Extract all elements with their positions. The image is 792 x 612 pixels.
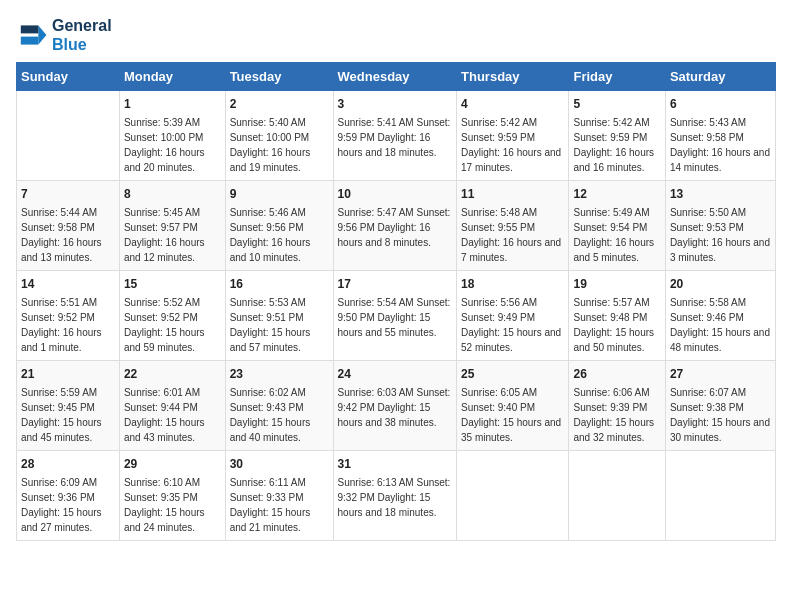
cell-content: Sunrise: 5:51 AM Sunset: 9:52 PM Dayligh…	[21, 295, 115, 355]
calendar-cell: 9Sunrise: 5:46 AM Sunset: 9:56 PM Daylig…	[225, 181, 333, 271]
day-number: 20	[670, 275, 771, 293]
cell-content: Sunrise: 6:10 AM Sunset: 9:35 PM Dayligh…	[124, 475, 221, 535]
day-number: 1	[124, 95, 221, 113]
weekday-header: Friday	[569, 63, 665, 91]
calendar-cell: 22Sunrise: 6:01 AM Sunset: 9:44 PM Dayli…	[119, 361, 225, 451]
calendar-cell: 18Sunrise: 5:56 AM Sunset: 9:49 PM Dayli…	[457, 271, 569, 361]
cell-content: Sunrise: 5:41 AM Sunset: 9:59 PM Dayligh…	[338, 115, 453, 160]
cell-content: Sunrise: 6:13 AM Sunset: 9:32 PM Dayligh…	[338, 475, 453, 520]
cell-content: Sunrise: 5:53 AM Sunset: 9:51 PM Dayligh…	[230, 295, 329, 355]
header: General Blue	[16, 16, 776, 54]
calendar-cell	[17, 91, 120, 181]
day-number: 2	[230, 95, 329, 113]
svg-rect-3	[21, 37, 39, 45]
logo-icon	[16, 19, 48, 51]
calendar-cell: 8Sunrise: 5:45 AM Sunset: 9:57 PM Daylig…	[119, 181, 225, 271]
logo-text: General Blue	[52, 16, 112, 54]
cell-content: Sunrise: 5:49 AM Sunset: 9:54 PM Dayligh…	[573, 205, 660, 265]
calendar-cell: 13Sunrise: 5:50 AM Sunset: 9:53 PM Dayli…	[665, 181, 775, 271]
cell-content: Sunrise: 6:09 AM Sunset: 9:36 PM Dayligh…	[21, 475, 115, 535]
cell-content: Sunrise: 5:44 AM Sunset: 9:58 PM Dayligh…	[21, 205, 115, 265]
calendar-cell: 5Sunrise: 5:42 AM Sunset: 9:59 PM Daylig…	[569, 91, 665, 181]
calendar-cell: 30Sunrise: 6:11 AM Sunset: 9:33 PM Dayli…	[225, 451, 333, 541]
day-number: 28	[21, 455, 115, 473]
day-number: 16	[230, 275, 329, 293]
calendar-cell: 24Sunrise: 6:03 AM Sunset: 9:42 PM Dayli…	[333, 361, 457, 451]
cell-content: Sunrise: 5:45 AM Sunset: 9:57 PM Dayligh…	[124, 205, 221, 265]
cell-content: Sunrise: 5:39 AM Sunset: 10:00 PM Daylig…	[124, 115, 221, 175]
calendar-cell: 19Sunrise: 5:57 AM Sunset: 9:48 PM Dayli…	[569, 271, 665, 361]
day-number: 19	[573, 275, 660, 293]
cell-content: Sunrise: 5:48 AM Sunset: 9:55 PM Dayligh…	[461, 205, 564, 265]
day-number: 25	[461, 365, 564, 383]
calendar-cell: 23Sunrise: 6:02 AM Sunset: 9:43 PM Dayli…	[225, 361, 333, 451]
day-number: 27	[670, 365, 771, 383]
calendar-cell: 31Sunrise: 6:13 AM Sunset: 9:32 PM Dayli…	[333, 451, 457, 541]
weekday-header: Saturday	[665, 63, 775, 91]
calendar-cell: 6Sunrise: 5:43 AM Sunset: 9:58 PM Daylig…	[665, 91, 775, 181]
cell-content: Sunrise: 6:11 AM Sunset: 9:33 PM Dayligh…	[230, 475, 329, 535]
day-number: 31	[338, 455, 453, 473]
calendar-cell: 15Sunrise: 5:52 AM Sunset: 9:52 PM Dayli…	[119, 271, 225, 361]
day-number: 24	[338, 365, 453, 383]
weekday-header: Tuesday	[225, 63, 333, 91]
calendar-week-row: 14Sunrise: 5:51 AM Sunset: 9:52 PM Dayli…	[17, 271, 776, 361]
calendar-cell: 28Sunrise: 6:09 AM Sunset: 9:36 PM Dayli…	[17, 451, 120, 541]
calendar-table: SundayMondayTuesdayWednesdayThursdayFrid…	[16, 62, 776, 541]
day-number: 7	[21, 185, 115, 203]
calendar-cell: 16Sunrise: 5:53 AM Sunset: 9:51 PM Dayli…	[225, 271, 333, 361]
calendar-cell	[665, 451, 775, 541]
calendar-cell: 17Sunrise: 5:54 AM Sunset: 9:50 PM Dayli…	[333, 271, 457, 361]
calendar-cell: 11Sunrise: 5:48 AM Sunset: 9:55 PM Dayli…	[457, 181, 569, 271]
cell-content: Sunrise: 5:52 AM Sunset: 9:52 PM Dayligh…	[124, 295, 221, 355]
calendar-week-row: 7Sunrise: 5:44 AM Sunset: 9:58 PM Daylig…	[17, 181, 776, 271]
day-number: 4	[461, 95, 564, 113]
cell-content: Sunrise: 5:46 AM Sunset: 9:56 PM Dayligh…	[230, 205, 329, 265]
cell-content: Sunrise: 6:01 AM Sunset: 9:44 PM Dayligh…	[124, 385, 221, 445]
cell-content: Sunrise: 5:58 AM Sunset: 9:46 PM Dayligh…	[670, 295, 771, 355]
day-number: 11	[461, 185, 564, 203]
cell-content: Sunrise: 6:05 AM Sunset: 9:40 PM Dayligh…	[461, 385, 564, 445]
calendar-cell	[569, 451, 665, 541]
calendar-cell: 27Sunrise: 6:07 AM Sunset: 9:38 PM Dayli…	[665, 361, 775, 451]
day-number: 14	[21, 275, 115, 293]
day-number: 30	[230, 455, 329, 473]
cell-content: Sunrise: 5:50 AM Sunset: 9:53 PM Dayligh…	[670, 205, 771, 265]
day-number: 17	[338, 275, 453, 293]
calendar-cell: 25Sunrise: 6:05 AM Sunset: 9:40 PM Dayli…	[457, 361, 569, 451]
calendar-cell: 21Sunrise: 5:59 AM Sunset: 9:45 PM Dayli…	[17, 361, 120, 451]
day-number: 8	[124, 185, 221, 203]
day-number: 21	[21, 365, 115, 383]
calendar-cell: 14Sunrise: 5:51 AM Sunset: 9:52 PM Dayli…	[17, 271, 120, 361]
cell-content: Sunrise: 5:42 AM Sunset: 9:59 PM Dayligh…	[573, 115, 660, 175]
day-number: 12	[573, 185, 660, 203]
day-number: 22	[124, 365, 221, 383]
day-number: 15	[124, 275, 221, 293]
calendar-cell: 7Sunrise: 5:44 AM Sunset: 9:58 PM Daylig…	[17, 181, 120, 271]
calendar-cell: 2Sunrise: 5:40 AM Sunset: 10:00 PM Dayli…	[225, 91, 333, 181]
svg-rect-2	[21, 26, 39, 34]
cell-content: Sunrise: 6:07 AM Sunset: 9:38 PM Dayligh…	[670, 385, 771, 445]
cell-content: Sunrise: 5:57 AM Sunset: 9:48 PM Dayligh…	[573, 295, 660, 355]
calendar-week-row: 21Sunrise: 5:59 AM Sunset: 9:45 PM Dayli…	[17, 361, 776, 451]
day-number: 26	[573, 365, 660, 383]
day-number: 23	[230, 365, 329, 383]
day-number: 10	[338, 185, 453, 203]
day-number: 3	[338, 95, 453, 113]
calendar-cell: 10Sunrise: 5:47 AM Sunset: 9:56 PM Dayli…	[333, 181, 457, 271]
calendar-cell	[457, 451, 569, 541]
calendar-cell: 29Sunrise: 6:10 AM Sunset: 9:35 PM Dayli…	[119, 451, 225, 541]
day-number: 29	[124, 455, 221, 473]
cell-content: Sunrise: 5:40 AM Sunset: 10:00 PM Daylig…	[230, 115, 329, 175]
weekday-header: Monday	[119, 63, 225, 91]
calendar-cell: 1Sunrise: 5:39 AM Sunset: 10:00 PM Dayli…	[119, 91, 225, 181]
weekday-header: Thursday	[457, 63, 569, 91]
calendar-cell: 26Sunrise: 6:06 AM Sunset: 9:39 PM Dayli…	[569, 361, 665, 451]
calendar-week-row: 1Sunrise: 5:39 AM Sunset: 10:00 PM Dayli…	[17, 91, 776, 181]
calendar-cell: 12Sunrise: 5:49 AM Sunset: 9:54 PM Dayli…	[569, 181, 665, 271]
cell-content: Sunrise: 5:42 AM Sunset: 9:59 PM Dayligh…	[461, 115, 564, 175]
calendar-cell: 4Sunrise: 5:42 AM Sunset: 9:59 PM Daylig…	[457, 91, 569, 181]
cell-content: Sunrise: 5:47 AM Sunset: 9:56 PM Dayligh…	[338, 205, 453, 250]
day-number: 5	[573, 95, 660, 113]
cell-content: Sunrise: 5:56 AM Sunset: 9:49 PM Dayligh…	[461, 295, 564, 355]
